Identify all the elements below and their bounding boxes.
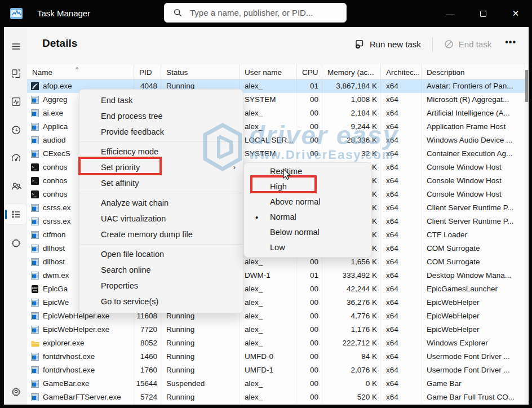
column-header[interactable]: PID	[134, 64, 161, 79]
status-cell: Suspended	[161, 377, 240, 391]
run-new-task-label: Run new task	[370, 39, 421, 49]
status-cell: Running	[161, 323, 240, 336]
window-process-icon	[31, 136, 39, 144]
column-header[interactable]: Name^	[27, 64, 134, 79]
maximize-button[interactable]	[467, 0, 499, 27]
description-cell: EpicWebHelper	[422, 309, 525, 323]
context-menu: End taskEnd process treeProvide feedback…	[79, 89, 243, 313]
svg-text:>_: >_	[32, 192, 37, 197]
window-process-icon	[31, 245, 39, 252]
window-process-icon	[31, 312, 39, 320]
table-row[interactable]: fontdrvhost.exe1460RunningUMFD-00084 Kx6…	[27, 350, 525, 363]
minimize-button[interactable]: —	[434, 0, 467, 27]
architecture-cell: x64	[381, 201, 422, 215]
pid-cell: 7720	[134, 323, 161, 336]
scrollbar-thumb[interactable]	[525, 70, 528, 102]
menu-item-go-to-service-s-[interactable]: Go to service(s)	[79, 294, 243, 309]
description-cell: EpicWebHelper	[422, 323, 525, 336]
menu-item-open-file-location[interactable]: Open file location	[79, 246, 243, 262]
end-task-icon	[444, 39, 454, 49]
selected-accent-bar	[5, 210, 7, 219]
services-icon	[11, 237, 21, 248]
process-name-cell: EpicWebHelper.exe	[27, 323, 134, 336]
end-task-button[interactable]: End task	[438, 36, 497, 52]
app-title: Task Manager	[37, 8, 90, 18]
memory-cell: 36,276 K	[322, 296, 381, 309]
sidebar-item-settings[interactable]	[5, 381, 26, 401]
sidebar-item-app-history[interactable]	[5, 119, 26, 140]
sidebar-item-services[interactable]	[5, 232, 26, 252]
window-process-icon	[31, 96, 39, 104]
architecture-cell: x64	[381, 282, 422, 296]
svg-text:>_: >_	[32, 179, 37, 183]
startup-apps-icon	[11, 153, 21, 163]
memory-cell: 28,336 K	[322, 134, 381, 147]
menu-item-create-memory-dump-file[interactable]: Create memory dump file	[79, 227, 243, 242]
column-header[interactable]: User name	[240, 64, 297, 79]
memory-cell: 42,244 K	[322, 282, 381, 296]
close-button[interactable]: ✕	[499, 0, 532, 27]
architecture-cell: x64	[381, 323, 422, 336]
window-process-icon	[31, 380, 39, 388]
priority-option-above-normal[interactable]: Above normal	[244, 194, 371, 210]
column-header[interactable]: Status	[161, 64, 240, 79]
description-cell: COM Surrogate	[422, 255, 525, 269]
cpu-cell: 00	[297, 350, 322, 363]
menu-item-analyze-wait-chain[interactable]: Analyze wait chain	[79, 195, 243, 211]
vertical-scrollbar[interactable]	[525, 70, 529, 405]
process-name-cell: fontdrvhost.exe	[27, 363, 134, 377]
sidebar-item-details[interactable]	[5, 204, 26, 224]
priority-option-normal[interactable]: Normal•	[244, 210, 371, 225]
process-name-cell: fontdrvhost.exe	[27, 350, 134, 363]
description-cell: EpicWebHelper	[422, 296, 525, 309]
sidebar-item-startup-apps[interactable]	[5, 148, 26, 168]
column-header[interactable]: Description	[422, 64, 525, 79]
column-header[interactable]: Memory (ac...	[322, 64, 381, 79]
user-cell: SYSTEM	[240, 147, 297, 161]
window-process-icon	[31, 218, 39, 225]
architecture-cell: x64	[381, 215, 422, 228]
table-row[interactable]: explorer.exe8052Runningalex_00222,712 Kx…	[27, 336, 525, 350]
status-cell: Running	[161, 336, 240, 350]
user-cell: alex_	[240, 377, 297, 391]
table-row[interactable]: fontdrvhost.exe1760RunningUMFD-1002,076 …	[27, 363, 525, 377]
status-cell: Running	[161, 350, 240, 363]
search-box[interactable]	[164, 3, 347, 23]
menu-item-provide-feedback[interactable]: Provide feedback	[79, 124, 243, 140]
memory-cell: 2,076 K	[322, 363, 381, 377]
sidebar-menu-button[interactable]	[5, 36, 26, 56]
architecture-cell: x64	[381, 161, 422, 174]
menu-item-end-process-tree[interactable]: End process tree	[79, 108, 243, 124]
sidebar-item-users[interactable]	[5, 176, 26, 196]
priority-option-low[interactable]: Low	[244, 240, 371, 255]
table-row[interactable]: GameBar.exe15644Suspendedalex_000 Kx64Ga…	[27, 377, 525, 391]
menu-item-end-task[interactable]: End task	[79, 92, 243, 108]
priority-option-below-normal[interactable]: Below normal	[244, 225, 371, 240]
architecture-cell: x64	[381, 79, 422, 93]
run-new-task-button[interactable]: Run new task	[349, 36, 427, 52]
menu-item-properties[interactable]: Properties	[79, 278, 243, 294]
column-header[interactable]: Architec...	[381, 64, 422, 79]
architecture-cell: x64	[381, 269, 422, 282]
details-icon	[11, 209, 21, 220]
menu-item-uac-virtualization[interactable]: UAC virtualization	[79, 211, 243, 227]
user-cell: SYSTEM	[240, 93, 297, 107]
memory-cell: 2,184 K	[322, 107, 381, 120]
window-process-icon	[31, 353, 39, 361]
column-header[interactable]: CPU	[297, 64, 322, 79]
table-row[interactable]: EpicWebHelper.exe7720Runningalex_001,176…	[27, 323, 525, 336]
architecture-cell: x64	[381, 255, 422, 269]
window-process-icon	[31, 366, 39, 374]
folder-process-icon	[31, 339, 39, 347]
sidebar-item-processes[interactable]	[5, 63, 26, 83]
more-options-button[interactable]: •••	[503, 37, 521, 52]
sidebar-item-performance[interactable]	[5, 91, 26, 112]
menu-item-search-online[interactable]: Search online	[79, 262, 243, 278]
architecture-cell: x64	[381, 391, 422, 404]
description-cell: Console Window Host	[422, 188, 525, 201]
cpu-cell: 00	[297, 309, 322, 323]
menu-item-set-affinity[interactable]: Set affinity	[79, 175, 243, 191]
search-input[interactable]	[190, 8, 331, 17]
description-cell: Game Bar Full Trust CO...	[422, 391, 525, 404]
table-row[interactable]: GameBarFTServer.exe5724Runningalex_00520…	[27, 391, 525, 404]
